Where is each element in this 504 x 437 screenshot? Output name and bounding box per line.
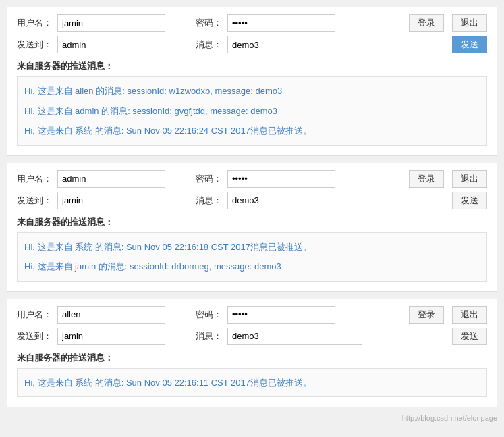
message-area: Hi, 这是来自 系统 的消息: Sun Nov 05 22:16:11 CST… bbox=[17, 368, 487, 398]
message-form-row: 发送到：消息：发送 bbox=[17, 192, 487, 209]
message-input[interactable] bbox=[227, 328, 362, 345]
password-label: 密码： bbox=[187, 173, 222, 185]
password-input[interactable] bbox=[227, 170, 335, 188]
username-label: 用户名： bbox=[17, 173, 52, 185]
panel-1: 用户名：密码：登录退出发送到：消息：发送来自服务器的推送消息：Hi, 这是来自 … bbox=[7, 7, 497, 156]
message-item: Hi, 这是来自 系统 的消息: Sun Nov 05 22:16:11 CST… bbox=[24, 373, 480, 393]
password-input[interactable] bbox=[227, 306, 335, 324]
sendto-input[interactable] bbox=[57, 192, 165, 209]
sendto-label: 发送到： bbox=[17, 38, 52, 51]
message-label: 消息： bbox=[187, 195, 222, 207]
panel-2: 用户名：密码：登录退出发送到：消息：发送来自服务器的推送消息：Hi, 这是来自 … bbox=[7, 163, 497, 292]
section-title: 来自服务器的推送消息： bbox=[17, 60, 487, 72]
credentials-row: 用户名：密码：登录退出 bbox=[17, 14, 487, 32]
username-label: 用户名： bbox=[17, 309, 52, 321]
message-item: Hi, 这是来自 jamin 的消息: sessionId: drbormeg,… bbox=[24, 257, 480, 277]
message-label: 消息： bbox=[187, 38, 222, 51]
message-item: Hi, 这是来自 admin 的消息: sessionId: gvgfjtdq,… bbox=[24, 101, 480, 122]
message-form-row: 发送到：消息：发送 bbox=[17, 36, 487, 53]
sendto-input[interactable] bbox=[57, 328, 165, 345]
sendto-label: 发送到： bbox=[17, 330, 52, 342]
password-label: 密码： bbox=[187, 309, 222, 321]
send-button[interactable]: 发送 bbox=[452, 328, 487, 345]
sendto-input[interactable] bbox=[57, 36, 165, 53]
logout-button[interactable]: 退出 bbox=[452, 170, 487, 188]
username-input[interactable] bbox=[57, 306, 165, 324]
sendto-label: 发送到： bbox=[17, 195, 52, 207]
logout-button[interactable]: 退出 bbox=[452, 14, 487, 32]
message-item: Hi, 这是来自 allen 的消息: sessionId: w1zwodxb,… bbox=[24, 81, 480, 101]
logout-button[interactable]: 退出 bbox=[452, 306, 487, 324]
panel-3: 用户名：密码：登录退出发送到：消息：发送来自服务器的推送消息：Hi, 这是来自 … bbox=[7, 299, 497, 408]
send-button[interactable]: 发送 bbox=[452, 192, 487, 209]
send-button[interactable]: 发送 bbox=[452, 36, 487, 53]
section-title: 来自服务器的推送消息： bbox=[17, 216, 487, 228]
message-item: Hi, 这是来自 系统 的消息: Sun Nov 05 22:16:24 CST… bbox=[24, 121, 480, 141]
password-input[interactable] bbox=[227, 14, 335, 32]
message-area: Hi, 这是来自 allen 的消息: sessionId: w1zwodxb,… bbox=[17, 76, 487, 146]
message-area: Hi, 这是来自 系统 的消息: Sun Nov 05 22:16:18 CST… bbox=[17, 232, 487, 282]
password-label: 密码： bbox=[187, 17, 222, 29]
message-form-row: 发送到：消息：发送 bbox=[17, 328, 487, 345]
login-button[interactable]: 登录 bbox=[409, 170, 444, 188]
username-input[interactable] bbox=[57, 170, 165, 188]
credentials-row: 用户名：密码：登录退出 bbox=[17, 170, 487, 188]
message-item: Hi, 这是来自 系统 的消息: Sun Nov 05 22:16:18 CST… bbox=[24, 237, 480, 257]
login-button[interactable]: 登录 bbox=[409, 14, 444, 32]
username-input[interactable] bbox=[57, 14, 165, 32]
message-input[interactable] bbox=[227, 192, 362, 209]
message-input[interactable] bbox=[227, 36, 362, 53]
login-button[interactable]: 登录 bbox=[409, 306, 444, 324]
username-label: 用户名： bbox=[17, 17, 52, 29]
credentials-row: 用户名：密码：登录退出 bbox=[17, 306, 487, 324]
watermark: http://blog.csdn.net/elonpage bbox=[7, 414, 497, 422]
section-title: 来自服务器的推送消息： bbox=[17, 352, 487, 364]
message-label: 消息： bbox=[187, 330, 222, 342]
